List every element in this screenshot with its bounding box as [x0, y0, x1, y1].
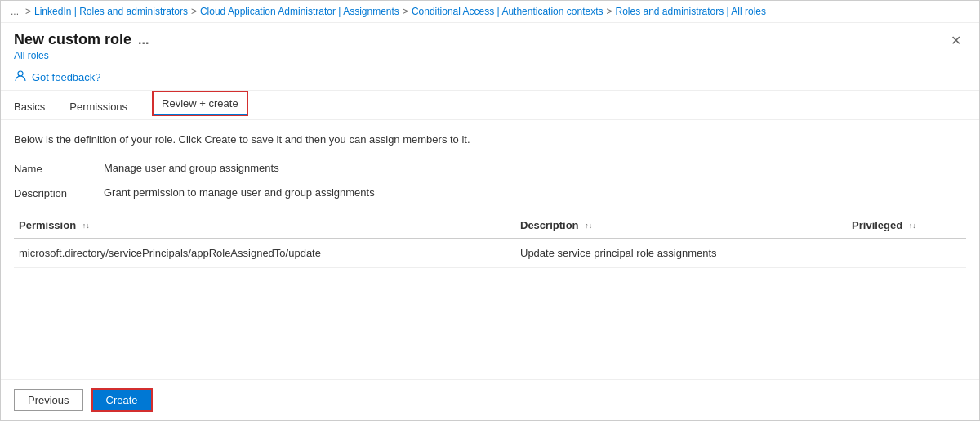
name-label: Name [14, 162, 104, 175]
name-value: Manage user and group assignments [104, 162, 279, 174]
permissions-table: Permission ↑↓ Description ↑↓ Privileged … [14, 213, 966, 268]
col-privileged[interactable]: Privileged ↑↓ [847, 213, 966, 239]
main-panel: ... > LinkedIn | Roles and administrator… [0, 0, 980, 421]
breadcrumb-item-2[interactable]: Conditional Access | Authentication cont… [412, 6, 604, 17]
sort-permission-icon[interactable]: ↑↓ [82, 222, 90, 230]
breadcrumb: ... > LinkedIn | Roles and administrator… [1, 1, 979, 23]
table-row: microsoft.directory/servicePrincipals/ap… [14, 239, 966, 268]
main-content: Below is the definition of your role. Cl… [1, 120, 979, 379]
feedback-icon [14, 69, 27, 85]
description-field-row: Description Grant permission to manage u… [14, 186, 966, 199]
description-cell: Update service principal role assignment… [515, 239, 847, 268]
sort-description-icon[interactable]: ↑↓ [585, 222, 592, 230]
role-description-text: Below is the definition of your role. Cl… [14, 133, 966, 146]
description-value: Grant permission to manage user and grou… [104, 186, 375, 199]
tab-review-create[interactable]: Review + create [152, 91, 248, 116]
breadcrumb-ellipsis[interactable]: ... [11, 6, 19, 17]
feedback-link[interactable]: Got feedback? [32, 71, 101, 83]
close-button[interactable]: ✕ [946, 31, 966, 50]
panel-options-dots[interactable]: ... [138, 33, 149, 47]
breadcrumb-item-0[interactable]: LinkedIn | Roles and administrators [34, 6, 188, 17]
col-description[interactable]: Description ↑↓ [515, 213, 847, 239]
permission-cell: microsoft.directory/servicePrincipals/ap… [14, 239, 515, 268]
previous-button[interactable]: Previous [14, 389, 83, 411]
tabs-bar: Basics Permissions Review + create [1, 91, 979, 120]
panel-subtitle[interactable]: All roles [14, 50, 149, 61]
feedback-bar: Got feedback? [1, 65, 979, 91]
name-field-row: Name Manage user and group assignments [14, 162, 966, 175]
panel-header: New custom role ... All roles ✕ [1, 23, 979, 65]
tab-permissions[interactable]: Permissions [69, 92, 139, 119]
privileged-cell [847, 239, 966, 268]
col-permission[interactable]: Permission ↑↓ [14, 213, 515, 239]
breadcrumb-item-1[interactable]: Cloud Application Administrator | Assign… [200, 6, 399, 17]
sort-privileged-icon[interactable]: ↑↓ [909, 222, 916, 230]
tab-basics[interactable]: Basics [14, 92, 56, 119]
breadcrumb-item-3[interactable]: Roles and administrators | All roles [615, 6, 766, 17]
description-label: Description [14, 186, 104, 199]
create-button[interactable]: Create [91, 388, 153, 412]
footer: Previous Create [1, 379, 979, 420]
panel-title: New custom role ... [14, 31, 149, 48]
panel-title-text: New custom role [14, 31, 131, 48]
svg-point-0 [18, 71, 23, 76]
